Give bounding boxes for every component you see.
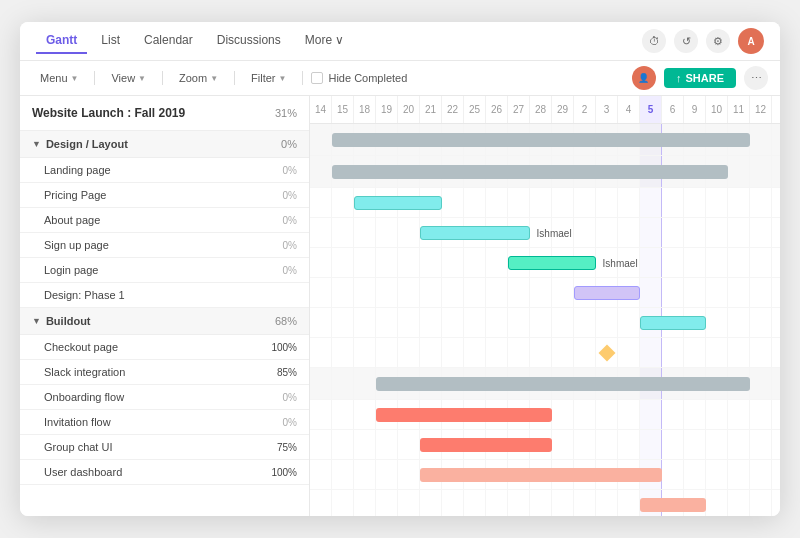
task-name: About page xyxy=(44,214,100,226)
task-name: User dashboard xyxy=(44,466,122,478)
gantt-cell xyxy=(706,308,728,337)
gantt-date-col: 9 xyxy=(684,96,706,123)
table-row[interactable]: Pricing Page 0% xyxy=(20,183,309,208)
project-percent: 31% xyxy=(275,107,297,119)
clock-icon[interactable]: ⏱ xyxy=(642,29,666,53)
gantt-cell xyxy=(332,490,354,516)
gantt-cell xyxy=(552,338,574,367)
hide-completed-checkbox[interactable] xyxy=(311,72,323,84)
gantt-cell xyxy=(662,400,684,429)
gantt-row xyxy=(310,430,780,460)
filter-chevron: ▼ xyxy=(279,74,287,83)
gantt-cell xyxy=(618,308,640,337)
table-row[interactable]: Invitation flow 0% xyxy=(20,410,309,435)
table-row[interactable]: Onboarding flow 0% xyxy=(20,385,309,410)
task-percent: 100% xyxy=(271,342,297,353)
assignee-icon[interactable]: 👤 xyxy=(632,66,656,90)
view-button[interactable]: View ▼ xyxy=(103,69,154,87)
hide-completed-toggle[interactable]: Hide Completed xyxy=(311,72,407,84)
gantt-cell xyxy=(332,308,354,337)
gantt-date-col: 4 xyxy=(618,96,640,123)
gantt-cell xyxy=(662,188,684,217)
gantt-cell xyxy=(750,368,772,399)
gantt-cell xyxy=(706,278,728,307)
tab-gantt[interactable]: Gantt xyxy=(36,28,87,54)
gantt-cell xyxy=(310,490,332,516)
gantt-cell xyxy=(662,460,684,489)
task-name: Login page xyxy=(44,264,98,276)
gantt-cell xyxy=(442,188,464,217)
gantt-row xyxy=(310,278,780,308)
menu-chevron: ▼ xyxy=(71,74,79,83)
table-row[interactable]: Design: Phase 1 xyxy=(20,283,309,308)
menu-button[interactable]: Menu ▼ xyxy=(32,69,86,87)
gantt-cell xyxy=(420,338,442,367)
gantt-cell xyxy=(442,278,464,307)
settings-icon[interactable]: ⚙ xyxy=(706,29,730,53)
table-row[interactable]: Checkout page 100% xyxy=(20,335,309,360)
gantt-bar xyxy=(376,408,552,422)
gantt-date-col: 5 xyxy=(640,96,662,123)
group-buildout-percent: 68% xyxy=(275,315,297,327)
table-row[interactable]: Group chat UI 75% xyxy=(20,435,309,460)
tab-list[interactable]: List xyxy=(91,28,130,54)
gantt-chart[interactable]: 141518192021222526272829234569101112 Ish… xyxy=(310,96,780,516)
gantt-cell xyxy=(662,248,684,277)
zoom-button[interactable]: Zoom ▼ xyxy=(171,69,226,87)
gantt-cell xyxy=(750,308,772,337)
gantt-cell xyxy=(662,430,684,459)
gantt-bar xyxy=(508,256,596,270)
gantt-date-col: 15 xyxy=(332,96,354,123)
more-options-icon[interactable]: ⋯ xyxy=(744,66,768,90)
gantt-cell xyxy=(486,278,508,307)
gantt-cell xyxy=(552,400,574,429)
tab-discussions[interactable]: Discussions xyxy=(207,28,291,54)
gantt-bar xyxy=(354,196,442,210)
gantt-cell xyxy=(354,400,376,429)
gantt-cell xyxy=(332,218,354,247)
gantt-cell xyxy=(574,188,596,217)
gantt-cell xyxy=(706,248,728,277)
gantt-cell xyxy=(376,308,398,337)
gantt-cell xyxy=(706,218,728,247)
group-design-header[interactable]: ▼ Design / Layout 0% xyxy=(20,131,309,158)
gantt-row: Ishmael xyxy=(310,218,780,248)
share-button[interactable]: ↑ SHARE xyxy=(664,68,736,88)
gantt-cell xyxy=(354,338,376,367)
sidebar: Website Launch : Fall 2019 31% ▼ Design … xyxy=(20,96,310,516)
table-row[interactable]: Slack integration 85% xyxy=(20,360,309,385)
table-row[interactable]: User dashboard 100% xyxy=(20,460,309,485)
gantt-cell xyxy=(750,124,772,155)
gantt-date-col: 10 xyxy=(706,96,728,123)
task-percent: 75% xyxy=(277,442,297,453)
table-row[interactable]: About page 0% xyxy=(20,208,309,233)
gantt-bar xyxy=(420,438,552,452)
gantt-cell xyxy=(354,278,376,307)
filter-button[interactable]: Filter ▼ xyxy=(243,69,294,87)
gantt-cell xyxy=(354,430,376,459)
gantt-cell xyxy=(464,278,486,307)
tab-more[interactable]: More ∨ xyxy=(295,28,355,54)
tab-calendar[interactable]: Calendar xyxy=(134,28,203,54)
separator xyxy=(94,71,95,85)
task-percent: 85% xyxy=(277,367,297,378)
refresh-icon[interactable]: ↺ xyxy=(674,29,698,53)
gantt-cell xyxy=(530,338,552,367)
table-row[interactable]: Sign up page 0% xyxy=(20,233,309,258)
top-nav: Gantt List Calendar Discussions More ∨ ⏱… xyxy=(20,22,780,61)
gantt-cell xyxy=(596,400,618,429)
view-chevron: ▼ xyxy=(138,74,146,83)
table-row[interactable]: Landing page 0% xyxy=(20,158,309,183)
avatar[interactable]: A xyxy=(738,28,764,54)
gantt-cell xyxy=(662,218,684,247)
gantt-cell xyxy=(310,218,332,247)
gantt-cell xyxy=(508,308,530,337)
gantt-cell xyxy=(684,248,706,277)
gantt-cell xyxy=(508,278,530,307)
toolbar: Menu ▼ View ▼ Zoom ▼ Filter ▼ Hide Compl… xyxy=(20,61,780,96)
gantt-date-col: 2 xyxy=(574,96,596,123)
gantt-bar xyxy=(420,468,662,482)
task-name: Invitation flow xyxy=(44,416,111,428)
table-row[interactable]: Login page 0% xyxy=(20,258,309,283)
group-buildout-header[interactable]: ▼ Buildout 68% xyxy=(20,308,309,335)
